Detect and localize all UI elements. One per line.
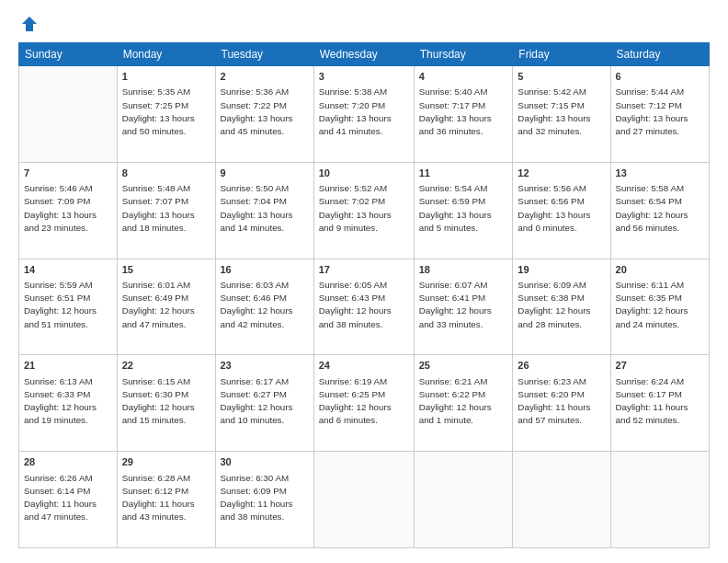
- day-info: Sunrise: 5:50 AMSunset: 7:04 PMDaylight:…: [221, 182, 309, 235]
- day-number: 14: [24, 263, 112, 277]
- calendar-cell: 19Sunrise: 6:09 AMSunset: 6:38 PMDayligh…: [513, 259, 610, 355]
- day-info: Sunrise: 5:54 AMSunset: 6:59 PMDaylight:…: [419, 182, 508, 235]
- day-info: Sunrise: 6:13 AMSunset: 6:33 PMDaylight:…: [24, 375, 112, 428]
- day-info: Sunrise: 6:03 AMSunset: 6:46 PMDaylight:…: [221, 279, 309, 331]
- calendar-cell: 5Sunrise: 5:42 AMSunset: 7:15 PMDaylight…: [513, 66, 610, 163]
- day-info: Sunrise: 6:07 AMSunset: 6:41 PMDaylight:…: [419, 279, 508, 331]
- calendar-cell: 17Sunrise: 6:05 AMSunset: 6:43 PMDayligh…: [313, 259, 414, 355]
- weekday-header-tuesday: Tuesday: [215, 43, 313, 66]
- calendar-cell: 8Sunrise: 5:48 AMSunset: 7:07 PMDaylight…: [117, 162, 215, 259]
- day-number: 12: [518, 167, 605, 180]
- calendar-cell: 2Sunrise: 5:36 AMSunset: 7:22 PMDaylight…: [215, 66, 313, 163]
- calendar-cell: 26Sunrise: 6:23 AMSunset: 6:20 PMDayligh…: [513, 355, 610, 452]
- svg-marker-0: [22, 17, 37, 31]
- day-info: Sunrise: 6:28 AMSunset: 6:12 PMDaylight:…: [122, 472, 210, 524]
- day-number: 10: [319, 167, 409, 180]
- calendar-cell: 13Sunrise: 5:58 AMSunset: 6:54 PMDayligh…: [610, 162, 709, 259]
- calendar-cell: [414, 452, 513, 548]
- day-info: Sunrise: 5:52 AMSunset: 7:02 PMDaylight:…: [319, 182, 409, 235]
- day-info: Sunrise: 6:24 AMSunset: 6:17 PMDaylight:…: [616, 375, 704, 428]
- day-info: Sunrise: 5:44 AMSunset: 7:12 PMDaylight:…: [616, 86, 704, 138]
- calendar-cell: 23Sunrise: 6:17 AMSunset: 6:27 PMDayligh…: [215, 355, 313, 452]
- day-number: 21: [24, 359, 112, 373]
- calendar-cell: 10Sunrise: 5:52 AMSunset: 7:02 PMDayligh…: [313, 162, 414, 259]
- day-info: Sunrise: 6:05 AMSunset: 6:43 PMDaylight:…: [319, 279, 409, 331]
- day-number: 24: [319, 359, 409, 373]
- calendar-cell: [610, 452, 709, 548]
- day-number: 3: [319, 70, 409, 84]
- day-number: 8: [122, 167, 210, 180]
- day-number: 5: [518, 70, 605, 84]
- weekday-header-saturday: Saturday: [610, 43, 709, 66]
- day-info: Sunrise: 5:40 AMSunset: 7:17 PMDaylight:…: [419, 86, 508, 138]
- calendar-cell: 30Sunrise: 6:30 AMSunset: 6:09 PMDayligh…: [215, 452, 313, 548]
- day-info: Sunrise: 6:23 AMSunset: 6:20 PMDaylight:…: [518, 375, 605, 428]
- calendar-cell: 12Sunrise: 5:56 AMSunset: 6:56 PMDayligh…: [513, 162, 610, 259]
- calendar-cell: 22Sunrise: 6:15 AMSunset: 6:30 PMDayligh…: [117, 355, 215, 452]
- calendar-cell: 6Sunrise: 5:44 AMSunset: 7:12 PMDaylight…: [610, 66, 709, 163]
- day-number: 1: [122, 70, 210, 84]
- calendar-cell: 14Sunrise: 5:59 AMSunset: 6:51 PMDayligh…: [19, 259, 118, 355]
- day-number: 25: [419, 359, 508, 373]
- logo-icon: [20, 15, 39, 33]
- day-number: 30: [221, 455, 309, 469]
- day-number: 11: [419, 167, 508, 180]
- day-info: Sunrise: 6:26 AMSunset: 6:14 PMDaylight:…: [24, 472, 112, 524]
- day-number: 2: [221, 70, 309, 84]
- day-info: Sunrise: 6:09 AMSunset: 6:38 PMDaylight:…: [518, 279, 605, 331]
- day-info: Sunrise: 6:30 AMSunset: 6:09 PMDaylight:…: [221, 472, 309, 524]
- calendar-cell: 15Sunrise: 6:01 AMSunset: 6:49 PMDayligh…: [117, 259, 215, 355]
- calendar-cell: 9Sunrise: 5:50 AMSunset: 7:04 PMDaylight…: [215, 162, 313, 259]
- day-number: 15: [122, 263, 210, 277]
- day-info: Sunrise: 6:11 AMSunset: 6:35 PMDaylight:…: [616, 279, 704, 331]
- calendar: SundayMondayTuesdayWednesdayThursdayFrid…: [18, 42, 710, 548]
- calendar-cell: 29Sunrise: 6:28 AMSunset: 6:12 PMDayligh…: [117, 452, 215, 548]
- day-number: 6: [616, 70, 704, 84]
- calendar-cell: 1Sunrise: 5:35 AMSunset: 7:25 PMDaylight…: [117, 66, 215, 163]
- day-info: Sunrise: 5:56 AMSunset: 6:56 PMDaylight:…: [518, 182, 605, 235]
- day-number: 20: [616, 263, 704, 277]
- day-info: Sunrise: 6:17 AMSunset: 6:27 PMDaylight:…: [221, 375, 309, 428]
- day-info: Sunrise: 5:46 AMSunset: 7:09 PMDaylight:…: [24, 182, 112, 235]
- day-number: 7: [24, 167, 112, 180]
- day-info: Sunrise: 6:01 AMSunset: 6:49 PMDaylight:…: [122, 279, 210, 331]
- day-number: 4: [419, 70, 508, 84]
- calendar-cell: 20Sunrise: 6:11 AMSunset: 6:35 PMDayligh…: [610, 259, 709, 355]
- weekday-header-wednesday: Wednesday: [313, 43, 414, 66]
- weekday-header-friday: Friday: [513, 43, 610, 66]
- day-info: Sunrise: 6:19 AMSunset: 6:25 PMDaylight:…: [319, 375, 409, 428]
- header: [18, 15, 710, 33]
- day-number: 23: [221, 359, 309, 373]
- day-number: 17: [319, 263, 409, 277]
- day-number: 26: [518, 359, 605, 373]
- day-info: Sunrise: 5:48 AMSunset: 7:07 PMDaylight:…: [122, 182, 210, 235]
- logo: [18, 15, 39, 33]
- day-info: Sunrise: 5:35 AMSunset: 7:25 PMDaylight:…: [122, 86, 210, 138]
- calendar-cell: 27Sunrise: 6:24 AMSunset: 6:17 PMDayligh…: [610, 355, 709, 452]
- weekday-header-sunday: Sunday: [19, 43, 118, 66]
- day-number: 16: [221, 263, 309, 277]
- weekday-header-thursday: Thursday: [414, 43, 513, 66]
- calendar-cell: [513, 452, 610, 548]
- calendar-cell: [313, 452, 414, 548]
- day-number: 18: [419, 263, 508, 277]
- day-info: Sunrise: 5:42 AMSunset: 7:15 PMDaylight:…: [518, 86, 605, 138]
- page: SundayMondayTuesdayWednesdayThursdayFrid…: [0, 0, 728, 563]
- day-number: 27: [616, 359, 704, 373]
- calendar-cell: 16Sunrise: 6:03 AMSunset: 6:46 PMDayligh…: [215, 259, 313, 355]
- day-number: 22: [122, 359, 210, 373]
- calendar-cell: 4Sunrise: 5:40 AMSunset: 7:17 PMDaylight…: [414, 66, 513, 163]
- day-number: 9: [221, 167, 309, 180]
- calendar-cell: 28Sunrise: 6:26 AMSunset: 6:14 PMDayligh…: [19, 452, 118, 548]
- calendar-cell: 24Sunrise: 6:19 AMSunset: 6:25 PMDayligh…: [313, 355, 414, 452]
- calendar-cell: 3Sunrise: 5:38 AMSunset: 7:20 PMDaylight…: [313, 66, 414, 163]
- weekday-header-monday: Monday: [117, 43, 215, 66]
- day-info: Sunrise: 6:21 AMSunset: 6:22 PMDaylight:…: [419, 375, 508, 428]
- day-info: Sunrise: 5:58 AMSunset: 6:54 PMDaylight:…: [616, 182, 704, 235]
- calendar-cell: 7Sunrise: 5:46 AMSunset: 7:09 PMDaylight…: [19, 162, 118, 259]
- day-number: 28: [24, 455, 112, 469]
- day-info: Sunrise: 5:36 AMSunset: 7:22 PMDaylight:…: [221, 86, 309, 138]
- day-info: Sunrise: 6:15 AMSunset: 6:30 PMDaylight:…: [122, 375, 210, 428]
- day-number: 29: [122, 455, 210, 469]
- calendar-cell: 25Sunrise: 6:21 AMSunset: 6:22 PMDayligh…: [414, 355, 513, 452]
